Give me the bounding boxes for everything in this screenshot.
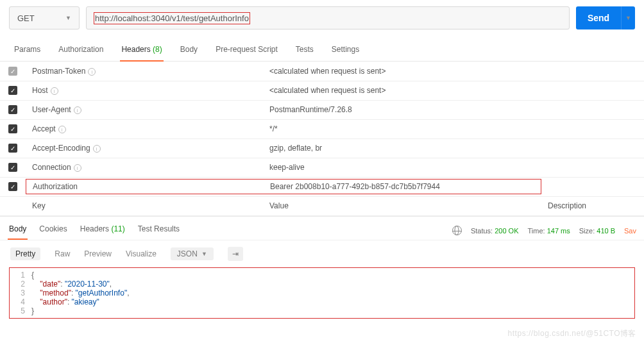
response-tabs: Body Cookies Headers (11) Test Results xyxy=(8,222,181,240)
view-visualize[interactable]: Visualize xyxy=(126,249,157,258)
header-key-cell[interactable]: Authorization xyxy=(26,180,264,194)
tab-pre-request-script[interactable]: Pre-request Script xyxy=(214,41,279,61)
table-row: Key Value Description xyxy=(0,196,644,215)
description-input[interactable]: Description xyxy=(541,196,644,215)
watermark: https://blog.csdn.net/@51CTO博客 xyxy=(508,328,636,339)
save-response-button[interactable]: Sav xyxy=(624,227,636,235)
res-tab-cookies[interactable]: Cookies xyxy=(38,222,68,240)
globe-icon[interactable] xyxy=(452,226,462,235)
url-text: http://localhost:3040/v1/test/getAuthorI… xyxy=(95,13,249,23)
table-row: ✓ Authorization Bearer 2b008b10-a777-492… xyxy=(0,177,644,196)
http-method-select[interactable]: GET ▼ xyxy=(9,6,80,29)
view-pretty[interactable]: Pretty xyxy=(10,247,40,260)
tab-authorization[interactable]: Authorization xyxy=(57,41,105,61)
language-select[interactable]: JSON ▼ xyxy=(171,247,214,260)
checkbox[interactable]: ✓ xyxy=(8,67,17,76)
key-input[interactable]: Key xyxy=(26,196,263,215)
tab-body[interactable]: Body xyxy=(179,41,199,61)
chevron-down-icon: ▼ xyxy=(201,251,207,257)
table-row: ✓ Connectioni keep-alive xyxy=(0,158,644,177)
header-value-cell[interactable]: Bearer 2b008b10-a777-492b-b857-dc7b5b7f7… xyxy=(264,180,541,194)
checkbox[interactable]: ✓ xyxy=(8,182,17,191)
table-row: ✓ Accept-Encodingi gzip, deflate, br xyxy=(0,138,644,158)
response-view-bar: Pretty Raw Preview Visualize JSON ▼ ⇥ xyxy=(0,240,644,267)
tab-tests[interactable]: Tests xyxy=(294,41,315,61)
info-icon: i xyxy=(74,164,81,172)
checkbox[interactable]: ✓ xyxy=(8,105,17,114)
checkbox[interactable]: ✓ xyxy=(8,124,17,133)
request-tabs: Params Authorization Headers (8) Body Pr… xyxy=(0,36,644,62)
table-row: ✓ Postman-Tokeni <calculated when reques… xyxy=(0,62,644,81)
table-row: ✓ User-Agenti PostmanRuntime/7.26.8 xyxy=(0,100,644,119)
view-raw[interactable]: Raw xyxy=(55,249,70,258)
response-meta: Status: 200 OK Time: 147 ms Size: 410 B … xyxy=(452,226,636,235)
tab-params[interactable]: Params xyxy=(13,41,42,61)
res-tab-test-results[interactable]: Test Results xyxy=(137,222,181,240)
chevron-down-icon: ▼ xyxy=(625,15,631,21)
res-tab-headers[interactable]: Headers (11) xyxy=(79,222,126,240)
http-method-label: GET xyxy=(17,13,35,23)
url-input[interactable]: http://localhost:3040/v1/test/getAuthorI… xyxy=(86,6,570,29)
tab-settings[interactable]: Settings xyxy=(330,41,360,61)
wrap-lines-icon[interactable]: ⇥ xyxy=(228,247,243,261)
send-button[interactable]: Send xyxy=(576,6,621,29)
info-icon: i xyxy=(93,145,101,153)
table-row: ✓ Accepti */* xyxy=(0,119,644,138)
response-body: 1{ 2 "date": "2020-11-30", 3 "method": "… xyxy=(9,267,635,319)
view-preview[interactable]: Preview xyxy=(84,249,112,258)
table-row: ✓ Hosti <calculated when request is sent… xyxy=(0,81,644,100)
res-tab-body[interactable]: Body xyxy=(8,222,28,240)
headers-table: ✓ Postman-Tokeni <calculated when reques… xyxy=(0,62,644,216)
info-icon: i xyxy=(58,126,66,133)
send-dropdown-button[interactable]: ▼ xyxy=(621,6,635,29)
checkbox[interactable]: ✓ xyxy=(8,144,17,153)
value-input[interactable]: Value xyxy=(263,196,541,215)
info-icon: i xyxy=(88,68,96,76)
info-icon: i xyxy=(51,87,58,95)
checkbox[interactable]: ✓ xyxy=(8,86,17,95)
chevron-down-icon: ▼ xyxy=(65,15,71,21)
checkbox[interactable]: ✓ xyxy=(8,163,17,172)
info-icon: i xyxy=(74,106,81,114)
tab-headers[interactable]: Headers (8) xyxy=(120,41,163,62)
